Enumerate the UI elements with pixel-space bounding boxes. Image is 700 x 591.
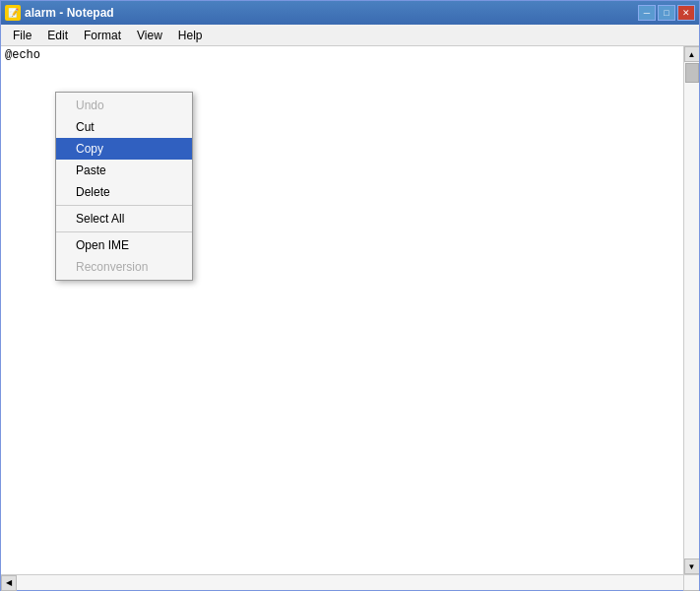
scroll-thumb-v[interactable] (685, 63, 699, 83)
title-bar-controls: ─ □ ✕ (638, 5, 695, 21)
ctx-cut[interactable]: Cut (56, 116, 192, 138)
context-menu: Undo Cut Copy Paste Delete Select All Op… (55, 92, 193, 281)
menu-help[interactable]: Help (170, 27, 211, 44)
ctx-separator-1 (56, 205, 192, 206)
ctx-paste[interactable]: Paste (56, 160, 192, 181)
scroll-down-arrow[interactable]: ▼ (684, 558, 700, 574)
editor-area[interactable]: @echo Undo Cut Copy Paste Delete Select … (1, 46, 699, 574)
menu-format[interactable]: Format (76, 27, 129, 44)
maximize-button[interactable]: □ (658, 5, 675, 21)
title-bar-left: 📝 alarm - Notepad (5, 5, 114, 21)
editor-text: @echo (5, 48, 40, 62)
notepad-window: 📝 alarm - Notepad ─ □ ✕ File Edit Format… (0, 0, 700, 591)
app-icon: 📝 (5, 5, 21, 21)
ctx-delete[interactable]: Delete (56, 181, 192, 203)
scroll-corner (683, 574, 699, 590)
menu-edit[interactable]: Edit (39, 27, 76, 44)
ctx-reconversion[interactable]: Reconversion (56, 256, 192, 278)
menu-bar: File Edit Format View Help (1, 25, 699, 46)
scroll-left-arrow[interactable]: ◀ (1, 575, 17, 591)
ctx-open-ime[interactable]: Open IME (56, 234, 192, 256)
scrollbar-horizontal: ◀ ▶ (1, 574, 699, 590)
minimize-button[interactable]: ─ (638, 5, 656, 21)
ctx-undo[interactable]: Undo (56, 95, 192, 116)
scrollbar-vertical: ▲ ▼ (683, 46, 699, 574)
ctx-select-all[interactable]: Select All (56, 208, 192, 230)
close-button[interactable]: ✕ (677, 5, 695, 21)
ctx-copy[interactable]: Copy (56, 138, 192, 160)
window-title: alarm - Notepad (25, 6, 114, 20)
menu-view[interactable]: View (129, 27, 170, 44)
scroll-up-arrow[interactable]: ▲ (684, 46, 700, 62)
menu-file[interactable]: File (5, 27, 39, 44)
ctx-separator-2 (56, 231, 192, 232)
title-bar: 📝 alarm - Notepad ─ □ ✕ (1, 1, 699, 25)
